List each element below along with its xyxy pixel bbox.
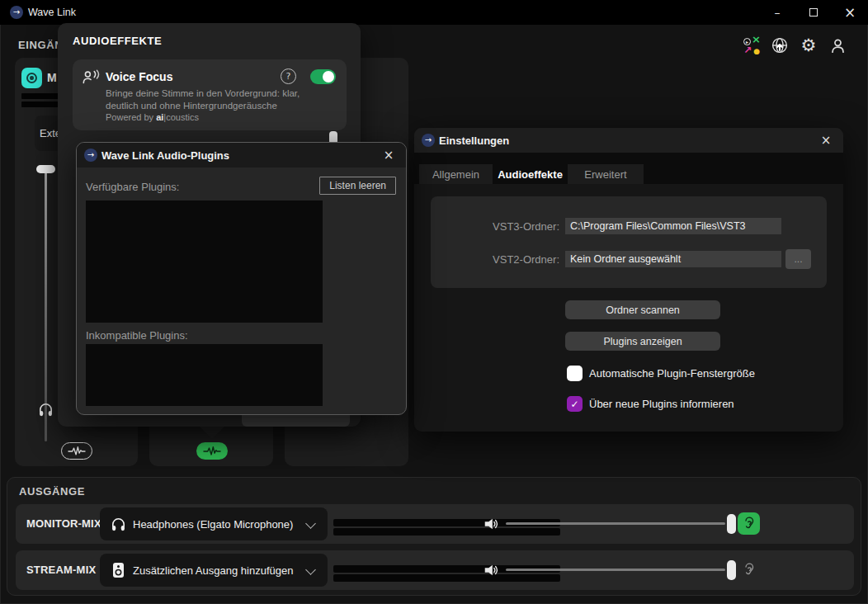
voice-focus-icon: [82, 69, 101, 87]
plugins-dialog-title: Wave Link Audio-Plugins: [101, 149, 229, 162]
headphones-icon[interactable]: [37, 400, 54, 418]
available-plugins-label: Verfügbare Plugins:: [86, 181, 179, 193]
voice-focus-toggle[interactable]: [310, 69, 336, 84]
notify-new-plugins-checkbox[interactable]: ✓: [567, 396, 583, 412]
auto-window-size-checkbox[interactable]: [567, 366, 583, 381]
plugins-title-bar: → Wave Link Audio-Plugins ×: [77, 143, 406, 168]
wave-link-logo-icon: →: [10, 6, 23, 19]
clear-lists-button[interactable]: Listen leeren: [319, 177, 396, 195]
wave-link-logo-icon: →: [84, 149, 97, 162]
incompatible-plugins-list[interactable]: [86, 344, 323, 406]
wave-link-logo-icon: →: [422, 134, 435, 147]
voice-focus-description: Bringe deine Stimme in den Vordergrund: …: [106, 87, 300, 111]
close-button[interactable]: ×: [832, 0, 868, 25]
minimize-button[interactable]: –: [759, 0, 795, 25]
vst3-folder-input[interactable]: C:\Program Files\Common Files\VST3: [565, 218, 781, 234]
speaker-icon: [112, 562, 125, 578]
monitor-mix-label: MONITOR-MIX: [26, 517, 101, 530]
headphones-icon: [110, 515, 127, 533]
tab-allgemein[interactable]: Allgemein: [419, 164, 493, 184]
browse-folder-button[interactable]: ...: [785, 249, 811, 269]
scan-folders-button[interactable]: Ordner scannen: [565, 300, 720, 319]
voice-focus-card: Voice Focus Bringe deine Stimme in den V…: [73, 59, 347, 130]
monitor-listen-button[interactable]: [738, 512, 760, 535]
output-level-meter: [333, 528, 560, 536]
show-plugins-button[interactable]: Plugins anzeigen: [565, 332, 720, 351]
marketplace-icon[interactable]: ▸ × ↗ ●: [743, 37, 760, 54]
outputs-section-label: AUSGÄNGE: [19, 485, 85, 498]
plugins-close-icon[interactable]: ×: [380, 147, 398, 163]
stream-device-value: Zusätzlichen Ausgang hinzufügen: [133, 564, 293, 577]
settings-dialog: → Einstellungen × Allgemein Audioeffekte…: [414, 128, 843, 432]
marketplace-dot-icon: ●: [753, 48, 760, 55]
channel-name: M: [47, 71, 57, 84]
vst-folders-panel: VST3-Ordner: C:\Program Files\Common Fil…: [431, 196, 827, 288]
help-icon[interactable]: ?: [281, 68, 296, 84]
stream-device-dropdown[interactable]: Zusätzlichen Ausgang hinzufügen: [100, 554, 328, 587]
monitor-volume-track[interactable]: [506, 522, 725, 525]
window-title: Wave Link: [28, 7, 76, 18]
stream-mix-row: STREAM-MIX Zusätzlichen Ausgang hinzufüg…: [16, 550, 854, 590]
maximize-button[interactable]: [795, 0, 832, 25]
marketplace-x-icon: ×: [752, 34, 761, 45]
marketplace-arrow-icon: ↗: [743, 45, 752, 55]
voice-focus-powered-by: Powered by ai|coustics: [106, 112, 199, 122]
title-bar: → Wave Link – ×: [0, 0, 868, 25]
wave-link-window: → Wave Link – × EINGÄNGE ▸ × ↗ ● ⚙: [0, 0, 868, 604]
outputs-section: AUSGÄNGE MONITOR-MIX Headphones (Elgato …: [7, 477, 861, 596]
monitor-device-value: Headphones (Elgato Microphone): [133, 518, 293, 531]
auto-window-size-label: Automatische Plugin-Fenstergröße: [589, 367, 755, 380]
monitor-device-dropdown[interactable]: Headphones (Elgato Microphone): [100, 507, 328, 540]
incompatible-plugins-label: Inkompatible Plugins:: [86, 329, 188, 342]
volume-slider-handle[interactable]: [36, 165, 55, 173]
effects-button[interactable]: [61, 442, 92, 460]
voice-focus-title: Voice Focus: [106, 70, 172, 83]
available-plugins-list[interactable]: [86, 201, 323, 323]
account-person-icon[interactable]: [828, 36, 847, 54]
vst3-folder-label: VST3-Ordner:: [444, 220, 559, 233]
vst2-folder-label: VST2-Ordner:: [444, 253, 559, 266]
effects-button-active[interactable]: [196, 442, 228, 460]
stream-mix-label: STREAM-MIX: [26, 564, 96, 576]
output-level-meter: [333, 574, 560, 582]
notify-new-plugins-label: Über neue Plugins informieren: [589, 398, 734, 410]
tab-audioeffekte[interactable]: Audioeffekte: [493, 164, 568, 184]
monitor-mix-row: MONITOR-MIX Headphones (Elgato Microphon…: [16, 504, 854, 544]
monitor-volume-handle[interactable]: [727, 514, 736, 534]
stream-volume-track[interactable]: [506, 569, 725, 571]
stream-volume-handle[interactable]: [727, 560, 736, 580]
stream-globe-icon[interactable]: [771, 36, 789, 54]
chevron-down-icon: [305, 564, 316, 575]
settings-title-bar: → Einstellungen ×: [414, 128, 843, 153]
settings-gear-icon[interactable]: ⚙: [800, 36, 818, 54]
channel-source-icon[interactable]: [21, 68, 42, 88]
volume-icon: [483, 516, 499, 532]
vst2-folder-input[interactable]: Kein Ordner ausgewählt: [565, 251, 781, 267]
settings-tab-strip: Allgemein Audioeffekte Erweitert: [414, 153, 843, 184]
maximize-icon: [809, 8, 818, 17]
stream-listen-button[interactable]: [738, 559, 760, 581]
settings-close-icon[interactable]: ×: [817, 132, 835, 149]
tab-erweitert[interactable]: Erweitert: [568, 164, 644, 184]
effects-popup-title: AUDIOEFFEKTE: [73, 35, 162, 47]
volume-icon: [483, 562, 499, 578]
settings-title: Einstellungen: [439, 134, 509, 147]
chevron-down-icon: [305, 518, 316, 529]
audio-plugins-dialog: → Wave Link Audio-Plugins × Verfügbare P…: [76, 142, 407, 415]
